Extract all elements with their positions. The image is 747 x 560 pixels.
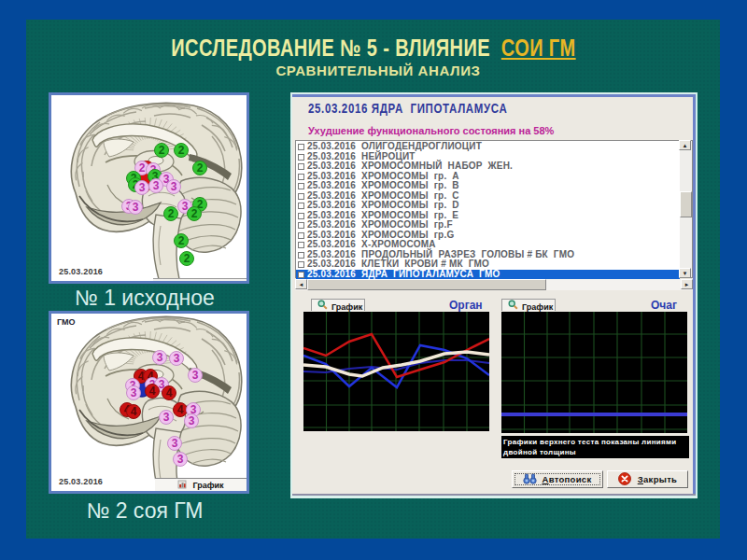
svg-text:2: 2 — [168, 207, 175, 220]
svg-text:4: 4 — [166, 386, 173, 399]
svg-text:2: 2 — [139, 161, 146, 175]
svg-text:3: 3 — [153, 179, 160, 192]
svg-text:2: 2 — [178, 234, 185, 247]
svg-text:3: 3 — [139, 181, 146, 194]
svg-text:3: 3 — [157, 351, 163, 364]
svg-text:3: 3 — [192, 369, 199, 382]
svg-text:3: 3 — [171, 180, 177, 193]
svg-text:3: 3 — [131, 386, 137, 399]
svg-text:3: 3 — [174, 352, 180, 365]
svg-text:2: 2 — [178, 144, 185, 157]
svg-text:2: 2 — [184, 252, 190, 265]
svg-text:2: 2 — [191, 207, 198, 220]
svg-text:2: 2 — [197, 161, 204, 175]
svg-text:3: 3 — [189, 414, 195, 427]
svg-text:3: 3 — [133, 201, 139, 214]
svg-text:3: 3 — [163, 411, 170, 424]
svg-text:4: 4 — [149, 385, 156, 398]
svg-text:2: 2 — [159, 144, 165, 157]
svg-text:3: 3 — [172, 437, 178, 450]
svg-text:3: 3 — [182, 200, 189, 213]
svg-text:4: 4 — [131, 405, 137, 418]
svg-text:3: 3 — [177, 453, 184, 466]
svg-text:4: 4 — [177, 403, 184, 416]
